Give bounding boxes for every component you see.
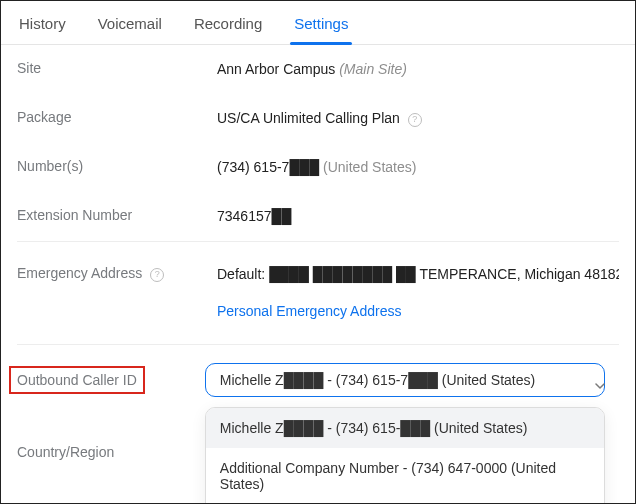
chevron-down-icon: [595, 377, 605, 393]
tab-voicemail[interactable]: Voicemail: [96, 9, 164, 44]
tab-history[interactable]: History: [17, 9, 68, 44]
site-note: (Main Site): [339, 61, 407, 77]
package-value: US/CA Unlimited Calling Plan: [217, 110, 400, 126]
emergency-prefix: Default:: [217, 266, 265, 282]
extension-label: Extension Number: [17, 206, 217, 223]
personal-emergency-link[interactable]: Personal Emergency Address: [217, 301, 401, 322]
outbound-label: Outbound Caller ID: [9, 366, 145, 394]
row-numbers: Number(s) (734) 615-7███ (United States): [17, 143, 619, 192]
country-label: Country/Region: [17, 443, 217, 460]
outbound-option-0[interactable]: Michelle Z████ - (734) 615-███ (United S…: [206, 408, 604, 448]
areacode-label: Area Code: [17, 500, 217, 504]
row-site: Site Ann Arbor Campus (Main Site): [17, 45, 619, 94]
emergency-address: ████ ████████ ██ TEMPERANCE, Michigan 48…: [269, 266, 619, 282]
outbound-selected: Michelle Z████ - (734) 615-7███ (United …: [220, 372, 535, 388]
settings-content: Site Ann Arbor Campus (Main Site) Packag…: [1, 45, 635, 411]
help-icon[interactable]: ?: [150, 268, 164, 282]
extension-value: 7346157██: [217, 208, 291, 224]
help-icon[interactable]: ?: [408, 113, 422, 127]
outbound-option-1[interactable]: Additional Company Number - (734) 647-00…: [206, 448, 604, 504]
numbers-value: (734) 615-7███: [217, 159, 319, 175]
row-outbound: Outbound Caller ID Michelle Z████ - (734…: [17, 345, 619, 411]
tab-recording[interactable]: Recording: [192, 9, 264, 44]
site-value: Ann Arbor Campus: [217, 61, 335, 77]
tab-bar: History Voicemail Recording Settings: [1, 1, 635, 45]
numbers-country: (United States): [323, 159, 416, 175]
row-emergency: Emergency Address ? Default: ████ ██████…: [17, 242, 619, 345]
row-extension: Extension Number 7346157██: [17, 192, 619, 242]
outbound-dropdown: Michelle Z████ - (734) 615-███ (United S…: [205, 407, 605, 504]
tab-settings[interactable]: Settings: [292, 9, 350, 44]
emergency-label: Emergency Address ?: [17, 264, 217, 282]
site-label: Site: [17, 59, 217, 76]
numbers-label: Number(s): [17, 157, 217, 174]
outbound-select[interactable]: Michelle Z████ - (734) 615-7███ (United …: [205, 363, 605, 397]
row-package: Package US/CA Unlimited Calling Plan ?: [17, 94, 619, 143]
package-label: Package: [17, 108, 217, 125]
